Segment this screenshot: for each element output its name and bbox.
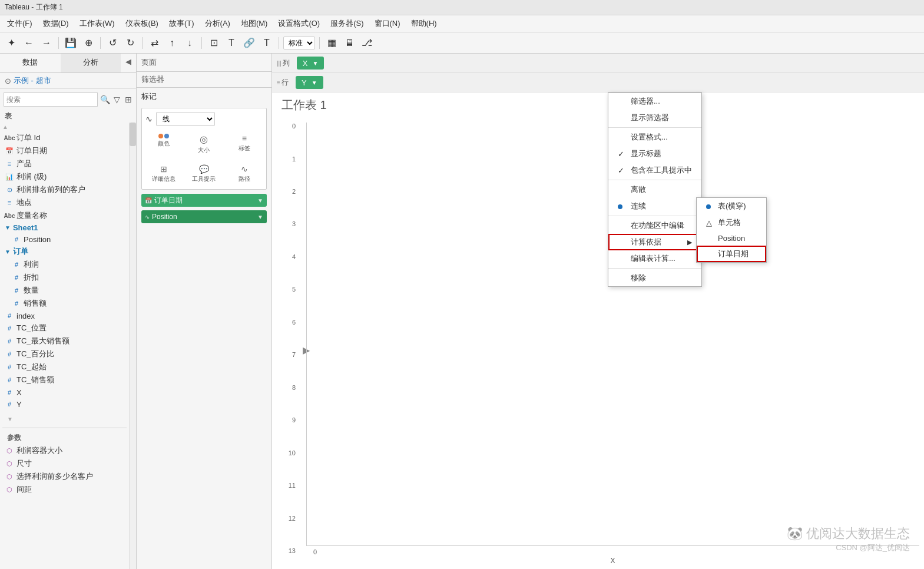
menu-worksheet[interactable]: 工作表(W) — [75, 16, 120, 31]
param-size[interactable]: ⬡ 尺寸 — [2, 457, 127, 470]
toolbar-back[interactable]: ← — [21, 35, 37, 51]
menu-format[interactable]: 设置格式(O) — [273, 16, 324, 31]
toolbar-sort-desc[interactable]: ↓ — [182, 35, 197, 51]
tab-data[interactable]: 数据 — [0, 54, 61, 72]
x-axis-row: 0 — [306, 546, 919, 555]
chart-title: 工作表 1 — [281, 97, 915, 113]
field-location[interactable]: ≡ 地点 — [2, 196, 127, 209]
index-hash-icon: # — [5, 311, 14, 320]
toolbar-new-ds[interactable]: ⊕ — [81, 35, 96, 51]
param-top-n[interactable]: ⬡ 选择利润前多少名客户 — [2, 470, 127, 483]
ctx-remove-label: 移除 — [631, 273, 646, 283]
row-pill-y[interactable]: Y ▼ — [296, 76, 323, 89]
menu-file[interactable]: 文件(F) — [2, 16, 37, 31]
ctx-edit-table-calc[interactable]: 编辑表计算... — [608, 250, 701, 267]
search-input[interactable] — [4, 92, 98, 107]
marks-pill-position[interactable]: ∿ Position ▼ — [141, 210, 267, 223]
sheet1-group[interactable]: ▼ Sheet1 — [2, 222, 127, 233]
path-btn[interactable]: ∿ 路径 — [226, 162, 263, 186]
field-x[interactable]: # X — [2, 386, 127, 398]
field-quantity[interactable]: # 数量 — [2, 284, 127, 297]
menu-map[interactable]: 地图(M) — [236, 16, 273, 31]
toolbar-share[interactable]: ⎇ — [359, 35, 375, 51]
field-tc-start[interactable]: # TC_起始 — [2, 360, 127, 373]
ctx-show-filter[interactable]: 显示筛选器 — [608, 110, 701, 126]
ctx-tooltip-include[interactable]: ✓ 包含在工具提示中 — [608, 162, 701, 178]
field-tc-sales[interactable]: # TC_销售额 — [2, 373, 127, 386]
collapse-panel-btn[interactable]: ◀ — [121, 54, 136, 72]
field-measure-name[interactable]: Abc 度量名称 — [2, 209, 127, 222]
marks-type-row: ∿ 线 自动 条形 点 区域 圆 形状 方形 地图 饼图 甘特条 多边形 密度 … — [145, 112, 263, 126]
toolbar-label[interactable]: T — [224, 35, 239, 51]
ctx-format[interactable]: 设置格式... — [608, 129, 701, 145]
field-sales[interactable]: # 销售额 — [2, 297, 127, 310]
marks-type-select[interactable]: 线 自动 条形 点 区域 圆 形状 方形 地图 饼图 甘特条 多边形 密度 文本 — [156, 112, 215, 126]
menu-help[interactable]: 帮助(H) — [406, 16, 442, 31]
field-profit-level[interactable]: 📊 利润 (级) — [2, 170, 127, 183]
param-profit-container[interactable]: ⬡ 利润容器大小 — [2, 444, 127, 457]
center-panel: 页面 筛选器 标记 ∿ 线 自动 条形 点 区域 圆 形状 方形 地图 饼图 — [137, 54, 272, 569]
search-button[interactable]: 🔍 — [100, 93, 110, 106]
toolbar-redo[interactable]: ↻ — [122, 35, 138, 51]
marks-pill-order-date[interactable]: 📅 订单日期 ▼ — [141, 194, 267, 207]
toolbar-fit[interactable]: ⊡ — [206, 35, 221, 51]
detail-btn[interactable]: ⊞ 详细信息 — [145, 162, 182, 186]
field-product[interactable]: ≡ 产品 — [2, 157, 127, 170]
toolbar-undo[interactable]: ↺ — [105, 35, 120, 51]
submenu-order-date[interactable]: 订单日期 — [697, 246, 766, 262]
filter-button[interactable]: ▽ — [112, 93, 121, 106]
x-label-0: 0 — [312, 548, 919, 555]
submenu-table-across[interactable]: 表(横穿) — [697, 198, 766, 214]
menu-server[interactable]: 服务器(S) — [326, 16, 368, 31]
menu-dashboard[interactable]: 仪表板(B) — [121, 16, 163, 31]
tab-analysis[interactable]: 分析 — [61, 54, 121, 72]
menu-story[interactable]: 故事(T) — [164, 16, 199, 31]
field-y[interactable]: # Y — [2, 398, 127, 410]
ctx-show-title[interactable]: ✓ 显示标题 — [608, 145, 701, 162]
ctx-filter[interactable]: 筛选器... — [608, 93, 701, 110]
field-tc-max-sales[interactable]: # TC_最大销售额 — [2, 335, 127, 348]
field-position[interactable]: # Position — [2, 233, 127, 245]
datasource-name[interactable]: 示例 - 超市 — [14, 75, 51, 86]
label-btn[interactable]: ≡ 标签 — [226, 131, 263, 157]
color-btn[interactable]: 颜色 — [145, 131, 182, 157]
view-button[interactable]: ⊞ — [124, 93, 133, 106]
ctx-show-title-label: 显示标题 — [631, 148, 661, 159]
menu-window[interactable]: 窗口(N) — [370, 16, 405, 31]
submenu-position-label: Position — [718, 234, 745, 243]
scrollbar[interactable] — [129, 123, 136, 569]
ctx-discrete[interactable]: 离散 — [608, 181, 701, 198]
field-top-customers[interactable]: ⊙ 利润排名前列的客户 — [2, 183, 127, 196]
ctx-compute-using[interactable]: 计算依据 ▶ — [608, 234, 701, 250]
submenu-position[interactable]: Position — [697, 231, 766, 246]
ctx-edit-in-shelf[interactable]: 在功能区中编辑 — [608, 217, 701, 234]
tooltip-btn[interactable]: 💬 工具提示 — [186, 162, 222, 186]
toolbar-grid[interactable]: ▦ — [324, 35, 339, 51]
ctx-remove[interactable]: 移除 — [608, 270, 701, 286]
field-discount[interactable]: # 折扣 — [2, 271, 127, 284]
field-tc-pos[interactable]: # TC_位置 — [2, 322, 127, 335]
menu-data[interactable]: 数据(D) — [38, 16, 74, 31]
toolbar-sort-asc[interactable]: ↑ — [164, 35, 180, 51]
orders-group[interactable]: ▼ 订单 — [2, 245, 127, 258]
toolbar-tooltip[interactable]: 🔗 — [241, 35, 257, 51]
menu-analysis[interactable]: 分析(A) — [200, 16, 235, 31]
toolbar-swap[interactable]: ⇄ — [147, 35, 162, 51]
toolbar-hilight[interactable]: T — [259, 35, 274, 51]
toolbar-screen[interactable]: 🖥 — [342, 35, 357, 51]
field-tc-pct[interactable]: # TC_百分比 — [2, 348, 127, 360]
field-index[interactable]: # index — [2, 310, 127, 322]
field-order-date[interactable]: 📅 订单日期 — [2, 144, 127, 157]
ctx-continuous[interactable]: 连续 — [608, 198, 701, 214]
field-order-id[interactable]: Abc 订单 Id — [2, 131, 127, 144]
submenu-cell[interactable]: △ 单元格 — [697, 214, 766, 231]
param-spacing[interactable]: ⬡ 间距 — [2, 483, 127, 496]
toolbar-forward[interactable]: → — [39, 35, 54, 51]
size-btn[interactable]: ◎ 大小 — [186, 131, 222, 157]
toolbar-home[interactable]: ✦ — [4, 35, 19, 51]
y-label-3: 3 — [277, 220, 296, 227]
toolbar-standard-select[interactable]: 标准 — [283, 37, 315, 49]
field-profit[interactable]: # 利润 — [2, 258, 127, 271]
col-pill-x[interactable]: X ▼ — [297, 57, 324, 70]
toolbar-save[interactable]: 💾 — [63, 35, 78, 51]
